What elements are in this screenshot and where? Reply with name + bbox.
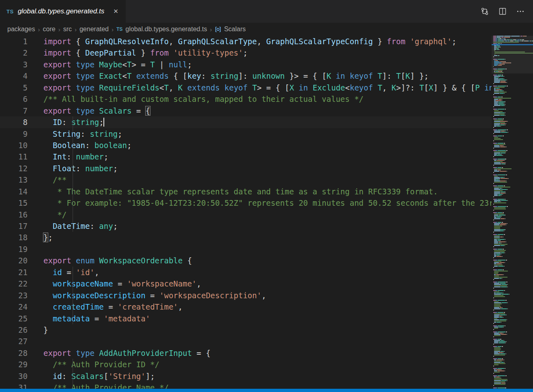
symbol-type-icon: [215, 26, 221, 33]
line-number: 3: [0, 59, 28, 70]
line-number: 12: [0, 163, 28, 174]
code-line-22: 22 workspaceName = 'workspaceName',: [0, 278, 492, 289]
minimap-viewport[interactable]: [492, 36, 533, 73]
line-number: 24: [0, 301, 28, 312]
line-number: 26: [0, 324, 28, 336]
code-line-27: 27: [0, 336, 492, 347]
line-number: 6: [0, 93, 28, 105]
breadcrumb-item-core[interactable]: core: [43, 26, 56, 33]
code-line-29: 29 /** Auth Provider ID */: [0, 359, 492, 370]
line-content: ID: string;: [28, 116, 104, 128]
line-content: id = 'id',: [28, 267, 99, 278]
code-line-24: 24 createdTime = 'createdTime',: [0, 301, 492, 312]
line-content: export type AddAuthProviderInput = {: [28, 347, 211, 359]
code-line-1: 1import { GraphQLResolveInfo, GraphQLSca…: [0, 36, 492, 47]
line-content: workspaceName = 'workspaceName',: [28, 278, 201, 289]
line-number: 30: [0, 370, 28, 382]
indent-guide: [73, 174, 73, 185]
code-editor-surface[interactable]: 1import { GraphQLResolveInfo, GraphQLSca…: [0, 36, 492, 389]
tab-bar: TS global.db.types.generated.ts ✕: [0, 0, 533, 23]
code-line-19: 19: [0, 243, 492, 255]
line-content: /**: [28, 174, 67, 185]
line-content: /** Auth Provider Name */: [28, 382, 169, 389]
typescript-file-icon: TS: [116, 26, 123, 32]
code-line-11: 11 Int: number;: [0, 151, 492, 162]
line-content: String: string;: [28, 128, 123, 140]
indent-guide: [73, 301, 73, 312]
code-line-2: 2import { DeepPartial } from 'utility-ty…: [0, 47, 492, 58]
line-content: export type Scalars = {: [28, 105, 150, 116]
line-content: * The DateTime scalar type represents da…: [28, 186, 438, 197]
line-content: Int: number;: [28, 151, 108, 162]
typescript-file-icon: TS: [6, 9, 14, 15]
line-content: metadata = 'metadata': [28, 313, 150, 324]
tab-close-icon[interactable]: ✕: [112, 7, 120, 16]
breadcrumb-item-src[interactable]: src: [63, 26, 72, 33]
breadcrumb-item-generated[interactable]: generated: [80, 26, 109, 33]
code-line-12: 12 Float: number;: [0, 163, 492, 174]
line-content: Boolean: boolean;: [28, 140, 131, 151]
line-number: 5: [0, 82, 28, 93]
code-line-9: 9 String: string;: [0, 128, 492, 140]
indent-guide: [73, 140, 73, 151]
line-content: export type RequireFields<T, K extends k…: [28, 82, 492, 93]
line-content: export type Maybe<T> = T | null;: [28, 59, 192, 70]
line-content: };: [28, 232, 53, 243]
code-line-18: 18};: [0, 232, 492, 243]
line-number: 31: [0, 382, 28, 389]
line-content: [28, 243, 43, 255]
breadcrumb-item-file[interactable]: TSglobal.db.types.generated.ts: [116, 26, 207, 33]
line-content: createdTime = 'createdTime',: [28, 301, 183, 312]
indent-guide: [73, 313, 73, 324]
code-line-25: 25 metadata = 'metadata': [0, 313, 492, 324]
indent-guide: [73, 151, 73, 162]
code-line-31: 31 /** Auth Provider Name */: [0, 382, 492, 389]
line-number: 21: [0, 267, 28, 278]
line-content: import { DeepPartial } from 'utility-typ…: [28, 47, 247, 58]
breadcrumb-item-symbol-scalars[interactable]: Scalars: [215, 26, 245, 33]
line-number: 22: [0, 278, 28, 289]
line-content: * For example: "1985-04-12T23:20:50.52Z"…: [28, 197, 492, 209]
indent-guide: [73, 267, 73, 278]
line-number: 17: [0, 220, 28, 232]
breadcrumb-separator-icon: ›: [210, 26, 212, 33]
line-content: workspaceDescription = 'workspaceDescrip…: [28, 290, 266, 301]
tab-global-db-types-generated-ts[interactable]: TS global.db.types.generated.ts ✕: [0, 0, 126, 23]
line-number: 9: [0, 128, 28, 140]
code-line-16: 16 */: [0, 209, 492, 220]
line-number: 14: [0, 186, 28, 197]
line-number: 13: [0, 174, 28, 185]
line-content: */: [28, 209, 67, 220]
code-line-23: 23 workspaceDescription = 'workspaceDesc…: [0, 290, 492, 301]
code-line-6: 6/** All built-in and custom scalars, ma…: [0, 93, 492, 105]
code-line-30: 30 id: Scalars['String'];: [0, 370, 492, 382]
code-line-20: 20export enum WorkspaceOrderable {: [0, 255, 492, 266]
code-line-17: 17 DateTime: any;: [0, 220, 492, 232]
status-bar: [0, 389, 533, 392]
minimap[interactable]: [492, 36, 533, 389]
editor-actions: [479, 0, 533, 23]
indent-guide: [73, 359, 73, 370]
more-actions-icon[interactable]: [514, 5, 527, 17]
indent-guide: [73, 116, 73, 128]
indent-guide: [73, 128, 73, 140]
line-content: /** Auth Provider ID */: [28, 359, 159, 370]
split-editor-icon[interactable]: [496, 5, 509, 17]
line-number: 28: [0, 347, 28, 359]
code-line-8: 8 ID: string;: [0, 116, 492, 128]
open-changes-icon[interactable]: [479, 5, 491, 17]
line-number: 20: [0, 255, 28, 266]
code-line-14: 14 * The DateTime scalar type represents…: [0, 186, 492, 197]
code-line-3: 3export type Maybe<T> = T | null;: [0, 59, 492, 70]
line-content: import { GraphQLResolveInfo, GraphQLScal…: [28, 36, 456, 47]
line-number: 23: [0, 290, 28, 301]
line-number: 1: [0, 36, 28, 47]
line-number: 10: [0, 140, 28, 151]
indent-guide: [73, 278, 73, 289]
line-number: 8: [0, 116, 28, 128]
indent-guide: [73, 186, 73, 197]
code-line-28: 28export type AddAuthProviderInput = {: [0, 347, 492, 359]
indent-guide: [73, 209, 73, 220]
code-line-7: 7export type Scalars = {: [0, 105, 492, 116]
breadcrumb-item-packages[interactable]: packages: [7, 26, 35, 33]
